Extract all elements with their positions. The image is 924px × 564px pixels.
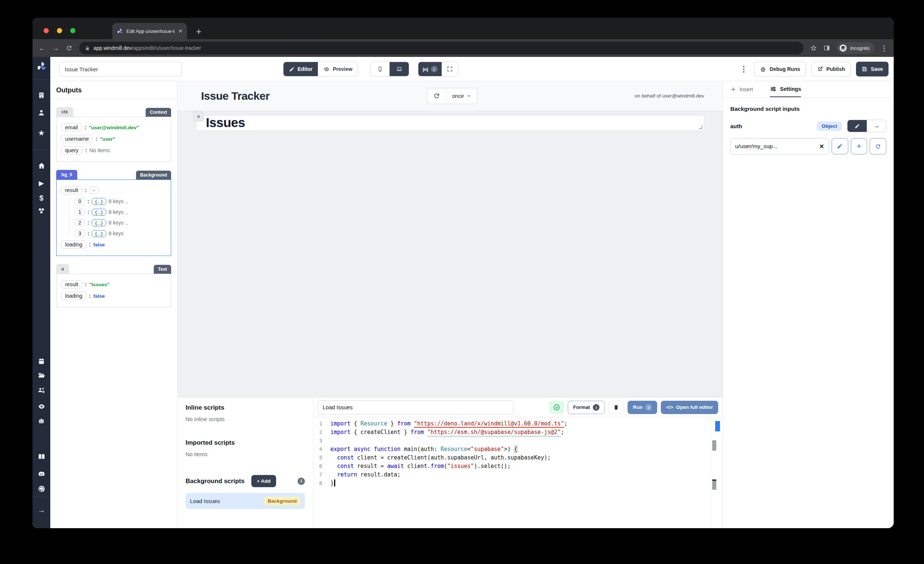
object-pill[interactable]: {...} bbox=[92, 209, 106, 216]
script-name-input[interactable] bbox=[318, 400, 514, 414]
desktop-view-button[interactable] bbox=[390, 62, 409, 76]
resources-cubes-icon[interactable] bbox=[33, 207, 50, 215]
static-mode-button[interactable] bbox=[848, 120, 867, 132]
user-icon[interactable] bbox=[33, 109, 50, 116]
background-script-item[interactable]: Load Issues Background bbox=[186, 493, 305, 509]
delete-script-button[interactable] bbox=[608, 401, 624, 414]
run-button[interactable]: Run i bbox=[628, 401, 657, 414]
output-row[interactable]: loading : false bbox=[61, 292, 166, 300]
array-item-row[interactable]: 3 : {...} 8 keys bbox=[75, 230, 166, 237]
ai-robot-icon[interactable] bbox=[33, 417, 50, 425]
side-panel-icon[interactable] bbox=[824, 45, 830, 51]
output-key[interactable]: result bbox=[61, 280, 82, 289]
output-key[interactable]: email bbox=[61, 123, 82, 132]
object-pill[interactable]: {...} bbox=[92, 230, 106, 237]
output-card-a[interactable]: a Text result : "Issues" loading : bbox=[56, 264, 171, 307]
object-pill[interactable]: {...} bbox=[92, 219, 106, 226]
collapse-toggle[interactable]: - bbox=[89, 187, 98, 194]
app-name-input[interactable] bbox=[59, 62, 182, 76]
variables-dollar-icon[interactable]: $ bbox=[33, 194, 50, 202]
output-row[interactable]: result : - bbox=[61, 186, 166, 194]
runs-play-icon[interactable]: ▶ bbox=[33, 179, 50, 187]
mobile-view-button[interactable] bbox=[370, 62, 390, 76]
schema-explorer-button[interactable]: |o| i bbox=[418, 62, 441, 76]
publish-button[interactable]: Publish bbox=[811, 62, 851, 76]
zoom-window-button[interactable] bbox=[70, 28, 75, 33]
expand-sidebar-arrow-icon[interactable]: → bbox=[33, 506, 50, 515]
colon: : bbox=[89, 242, 91, 247]
fullscreen-button[interactable] bbox=[442, 62, 458, 76]
debug-runs-button[interactable]: Debug Runs bbox=[754, 62, 806, 76]
resource-picker-input[interactable]: u/user/my_sup... ✕ bbox=[730, 138, 829, 154]
forward-icon[interactable]: → bbox=[52, 45, 59, 52]
browser-tab[interactable]: Edit App u/user/issue-tracker | ✕ bbox=[112, 23, 187, 39]
output-key[interactable]: result bbox=[61, 186, 82, 194]
address-bar[interactable]: app.windmill.dev/apps/edit/u/user/issue-… bbox=[79, 42, 804, 54]
editor-tab-button[interactable]: Editor bbox=[284, 62, 318, 76]
add-background-script-button[interactable]: + Add bbox=[251, 475, 276, 487]
info-icon[interactable]: i bbox=[297, 477, 305, 485]
add-resource-button[interactable]: + bbox=[851, 138, 867, 154]
rail-divider bbox=[33, 497, 50, 497]
schedule-mode-dropdown[interactable]: once bbox=[447, 88, 477, 104]
discord-icon[interactable] bbox=[33, 470, 50, 478]
output-row[interactable]: loading : false bbox=[61, 241, 166, 248]
tab-close-icon[interactable]: ✕ bbox=[178, 28, 183, 34]
github-icon[interactable] bbox=[33, 485, 50, 493]
text-component[interactable]: a Issues bbox=[196, 115, 704, 131]
close-window-button[interactable] bbox=[44, 28, 49, 33]
scrollbar-thumb[interactable] bbox=[712, 440, 716, 450]
connect-mode-button[interactable]: → bbox=[867, 120, 886, 132]
output-card-ctx[interactable]: ctx Context email : "user@windmill.dev" … bbox=[56, 107, 171, 162]
script-kind-badge: Background bbox=[264, 497, 300, 505]
browser-menu-icon[interactable]: ⋮ bbox=[881, 45, 888, 52]
clear-icon[interactable]: ✕ bbox=[817, 143, 824, 150]
resize-handle-icon[interactable] bbox=[699, 126, 702, 129]
tab-insert[interactable]: Insert bbox=[730, 81, 753, 97]
output-row[interactable]: email : "user@windmill.dev" bbox=[61, 123, 166, 132]
output-id-badge[interactable]: bg_0 bbox=[56, 170, 77, 180]
favorites-star-icon[interactable]: ★ bbox=[33, 129, 50, 138]
object-pill[interactable]: {...} bbox=[92, 198, 106, 205]
workers-group-icon[interactable] bbox=[33, 386, 50, 394]
array-item-row[interactable]: 1 : {...} 8 keys , bbox=[75, 208, 166, 216]
reload-icon[interactable] bbox=[66, 45, 72, 51]
output-row[interactable]: query : No items bbox=[61, 146, 166, 154]
window-controls[interactable] bbox=[44, 28, 75, 33]
output-key[interactable]: username bbox=[61, 135, 93, 143]
home-icon[interactable] bbox=[33, 162, 50, 169]
output-key[interactable]: query bbox=[61, 146, 82, 154]
app-canvas[interactable]: a Issues bbox=[177, 111, 723, 397]
more-options-kebab-icon[interactable]: ⋮ bbox=[738, 64, 749, 73]
save-button[interactable]: Save bbox=[856, 62, 888, 76]
bookmark-star-icon[interactable] bbox=[810, 45, 817, 51]
audit-eye-icon[interactable] bbox=[33, 402, 50, 410]
output-row[interactable]: result : "Issues" bbox=[61, 280, 166, 289]
array-item-row[interactable]: 2 : {...} 8 keys , bbox=[75, 219, 166, 226]
windmill-logo-icon[interactable] bbox=[33, 61, 50, 72]
editor-scrollbar[interactable] bbox=[711, 417, 720, 528]
array-item-row[interactable]: 0 : {...} 8 keys , bbox=[75, 197, 166, 205]
back-icon[interactable]: ← bbox=[39, 45, 45, 52]
refresh-button[interactable] bbox=[427, 88, 447, 104]
tab-settings[interactable]: Settings bbox=[770, 81, 801, 97]
open-full-editor-button[interactable]: </> Open full editor bbox=[661, 401, 718, 414]
schedules-calendar-icon[interactable] bbox=[33, 358, 50, 365]
preview-tab-button[interactable]: Preview bbox=[318, 62, 358, 76]
edit-resource-button[interactable] bbox=[832, 138, 848, 154]
output-id-badge[interactable]: a bbox=[56, 264, 69, 274]
output-card-bg0[interactable]: bg_0 Background result : - 0 bbox=[56, 170, 171, 256]
code-editor[interactable]: 1import { Resource } from "https://deno.… bbox=[314, 417, 723, 528]
new-tab-button[interactable]: + bbox=[196, 27, 201, 36]
refresh-resource-button[interactable] bbox=[870, 138, 886, 154]
component-handle[interactable]: a bbox=[193, 111, 204, 121]
output-row[interactable]: username : "user" bbox=[61, 135, 166, 143]
format-button[interactable]: Format i bbox=[568, 401, 604, 414]
folders-icon[interactable] bbox=[33, 372, 50, 379]
minimize-window-button[interactable] bbox=[57, 28, 62, 33]
workspace-building-icon[interactable] bbox=[33, 91, 50, 99]
output-key[interactable]: loading bbox=[61, 292, 87, 300]
output-id-badge[interactable]: ctx bbox=[56, 107, 73, 117]
docs-book-icon[interactable] bbox=[33, 453, 50, 461]
output-key[interactable]: loading bbox=[61, 241, 87, 248]
